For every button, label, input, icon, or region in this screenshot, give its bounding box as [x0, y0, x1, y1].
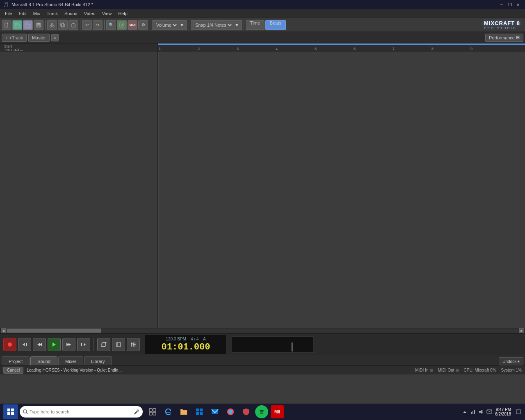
undock-button[interactable]: Undock + — [499, 357, 523, 365]
menu-edit[interactable]: Edit — [16, 10, 30, 17]
minimize-button[interactable]: ─ — [498, 1, 505, 8]
new-button[interactable] — [2, 20, 11, 30]
tray-area: ⏶ 9:47 PM 6/2/2018 — [461, 406, 522, 418]
folder-button[interactable] — [23, 20, 33, 30]
close-button[interactable]: ✕ — [514, 1, 522, 8]
restore-button[interactable]: ❐ — [506, 1, 514, 8]
system-clock[interactable]: 9:47 PM 6/2/2018 — [495, 407, 513, 416]
taskbar-mixcraft[interactable]: M8 — [271, 405, 284, 418]
tray-up-arrow[interactable]: ⏶ — [461, 409, 468, 415]
toolbar-separator-2 — [80, 20, 80, 30]
rewind-to-start-button[interactable] — [18, 338, 31, 351]
menu-mix[interactable]: Mix — [30, 10, 43, 17]
key: A — [203, 337, 206, 341]
tab-mixer[interactable]: Mixer — [58, 356, 83, 365]
menu-track[interactable]: Track — [43, 10, 61, 17]
svg-rect-13 — [73, 23, 74, 24]
time-button[interactable]: Time — [246, 20, 265, 30]
clock-date: 6/2/2018 — [495, 412, 511, 416]
svg-marker-17 — [23, 343, 25, 346]
midi-button[interactable]: MIDI — [128, 20, 137, 30]
notification-button[interactable] — [515, 406, 522, 418]
arrange-area[interactable] — [158, 52, 525, 328]
performance-button[interactable]: Performance ⊞ — [485, 34, 523, 42]
toolbar-separator-3 — [104, 20, 105, 30]
next-button[interactable] — [77, 338, 90, 351]
menu-view[interactable]: View — [99, 10, 115, 17]
mixer-button[interactable] — [127, 338, 140, 351]
zoom-button[interactable]: 🔍 — [106, 20, 116, 30]
tab-library[interactable]: Library — [84, 356, 112, 365]
taskbar-task-view[interactable] — [146, 405, 159, 418]
menu-help[interactable]: Help — [115, 10, 131, 17]
midi-out-label: MIDI Out — [438, 368, 454, 372]
track-list-icon[interactable]: ≡ — [51, 34, 59, 41]
scroll-left-arrow[interactable]: ◀ — [1, 328, 6, 333]
volume-select[interactable]: Volume — [155, 22, 178, 28]
tray-network[interactable] — [470, 409, 476, 415]
start-button[interactable] — [3, 404, 18, 419]
taskbar-firefox[interactable] — [224, 405, 237, 418]
paste-button[interactable] — [68, 20, 78, 30]
settings-button[interactable]: ⚙ — [138, 20, 148, 30]
svg-rect-11 — [61, 23, 64, 26]
svg-rect-55 — [472, 411, 473, 414]
svg-rect-56 — [474, 410, 475, 414]
svg-rect-37 — [11, 409, 14, 411]
clip-button[interactable] — [112, 338, 125, 351]
loop-button[interactable] — [97, 338, 110, 351]
add-track-button[interactable]: + +Track — [2, 34, 27, 42]
track-left-header: Start 120.0 4/4 A — [0, 43, 158, 52]
search-box[interactable]: 🎤 — [20, 406, 143, 418]
transport-bar: 120.0 BPM 4 / 4 A 01:01.000 — [0, 333, 525, 355]
taskbar-security[interactable] — [240, 405, 253, 418]
tab-project[interactable]: Project — [2, 356, 30, 365]
beats-button[interactable]: Beats — [265, 20, 286, 30]
clock-time: 9:47 PM — [495, 407, 511, 412]
svg-rect-48 — [196, 412, 199, 415]
search-input[interactable] — [30, 409, 132, 414]
snap-dropdown[interactable]: Snap 1/4 Notes ▼ — [191, 20, 242, 30]
play-button[interactable] — [48, 338, 61, 351]
svg-marker-21 — [52, 342, 56, 347]
transport-separator — [94, 338, 94, 351]
record-button[interactable] — [3, 338, 16, 351]
svg-marker-24 — [84, 343, 86, 346]
save-button[interactable] — [34, 20, 43, 30]
playhead — [158, 52, 158, 328]
redo-button[interactable]: ↪ — [93, 20, 103, 30]
volume-dropdown[interactable]: Volume ▼ — [152, 20, 187, 30]
menu-video[interactable]: Video — [81, 10, 99, 17]
fast-forward-button[interactable] — [62, 338, 75, 351]
taskbar-edge[interactable] — [162, 405, 175, 418]
undo-button[interactable]: ↩ — [82, 20, 92, 30]
cancel-button[interactable]: Cancel — [3, 367, 23, 374]
snap-select[interactable]: Snap 1/4 Notes — [194, 22, 233, 28]
midi-in-label: MIDI In — [415, 368, 428, 372]
menu-sound[interactable]: Sound — [61, 10, 81, 17]
scroll-right-arrow[interactable]: ▶ — [519, 328, 524, 333]
open-button[interactable] — [12, 20, 22, 30]
taskbar-explorer[interactable] — [177, 405, 190, 418]
scroll-thumb[interactable] — [7, 329, 101, 333]
master-button[interactable]: Master — [28, 34, 50, 42]
midi-out-dot — [456, 369, 459, 372]
timeline-ruler[interactable]: 1 2 3 4 5 6 7 8 9 — [158, 43, 525, 52]
scroll-track[interactable] — [7, 329, 518, 333]
horizontal-scrollbar[interactable]: ◀ ▶ — [0, 328, 525, 333]
svg-rect-12 — [72, 24, 75, 27]
taskbar-store[interactable] — [193, 405, 206, 418]
taskbar-spotify[interactable] — [255, 405, 268, 418]
midi-in-dot — [430, 369, 433, 372]
tray-volume[interactable] — [478, 409, 484, 415]
draw-button[interactable] — [117, 20, 127, 30]
system-label: System 1% — [501, 368, 522, 372]
cut-button[interactable] — [47, 20, 57, 30]
copy-button[interactable] — [58, 20, 68, 30]
tray-message[interactable] — [486, 409, 493, 415]
menu-file[interactable]: File — [2, 10, 16, 17]
taskbar-mail[interactable] — [208, 405, 221, 418]
rewind-button[interactable] — [33, 338, 46, 351]
status-right: MIDI In MIDI Out CPU: Mixcraft 0% System… — [415, 368, 522, 372]
tab-sound[interactable]: Sound — [30, 356, 57, 365]
